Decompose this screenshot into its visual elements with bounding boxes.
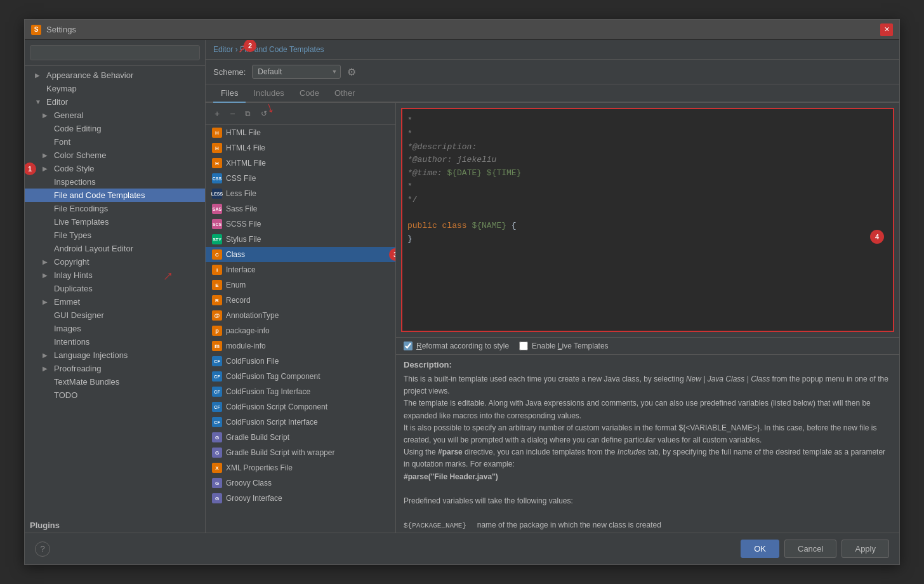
sidebar-item-inlay-hints[interactable]: ▶ Inlay Hints (25, 269, 205, 282)
file-item-cf-tag-component[interactable]: CF ColdFusion Tag Component (206, 369, 395, 384)
sidebar-item-general[interactable]: ▶ General (25, 109, 205, 122)
search-input[interactable] (30, 45, 200, 60)
annotation-4: 4 (870, 230, 884, 244)
interface-file-icon: I (212, 265, 222, 275)
file-item-enum[interactable]: E Enum (206, 277, 395, 293)
less-file-icon: LESS (212, 189, 222, 199)
xhtml-file-icon: H (212, 158, 222, 168)
add-button[interactable]: + (211, 107, 223, 121)
file-item-coldfusion-file[interactable]: CF ColdFusion File (206, 354, 395, 369)
file-item-html-file[interactable]: H HTML File (206, 125, 395, 140)
scss-file-icon: SCS (212, 219, 222, 229)
file-item-record[interactable]: R Record (206, 293, 395, 308)
file-item-cf-tag-interface[interactable]: CF ColdFusion Tag Interface (206, 384, 395, 399)
sidebar-item-code-editing[interactable]: ▶ Code Editing (25, 122, 205, 135)
sidebar-item-font[interactable]: ▶ Font (25, 135, 205, 149)
apply-button[interactable]: Apply (842, 540, 889, 558)
file-item-gradle-build[interactable]: G Gradle Build Script (206, 430, 395, 445)
cf-file-icon: CF (212, 356, 222, 366)
file-item-gradle-wrapper[interactable]: G Gradle Build Script with wrapper (206, 445, 395, 460)
file-item-interface[interactable]: I Interface (206, 262, 395, 277)
file-item-css-file[interactable]: CSS CSS File (206, 171, 395, 186)
file-item-scss-file[interactable]: SCS SCSS File (206, 216, 395, 232)
ok-button[interactable]: OK (741, 540, 779, 558)
sidebar-item-intentions[interactable]: ▶ Intentions (25, 335, 205, 348)
sidebar-item-todo[interactable]: ▶ TODO (25, 388, 205, 402)
remove-button[interactable]: − (226, 107, 239, 121)
sidebar-item-android-layout-editor[interactable]: ▶ Android Layout Editor (25, 242, 205, 255)
cf-tag-interface-icon: CF (212, 387, 222, 397)
sidebar-item-textmate-bundles[interactable]: ▶ TextMate Bundles (25, 375, 205, 388)
package-info-icon: p (212, 326, 222, 336)
tab-code[interactable]: Code (292, 84, 327, 103)
file-item-cf-script-component[interactable]: CF ColdFusion Script Component (206, 399, 395, 415)
file-list: H HTML File H HTML4 File H XHTML File (206, 125, 395, 533)
html4-file-icon: H (212, 143, 222, 153)
sidebar-item-file-and-code-templates[interactable]: ▶ File and Code Templates (25, 189, 205, 202)
window-title: Settings (46, 25, 76, 34)
gradle-build-icon: G (212, 432, 222, 442)
copy-button[interactable]: ⧉ (241, 107, 254, 120)
sidebar-item-copyright[interactable]: ▶ Copyright (25, 255, 205, 269)
sidebar-item-language-injections[interactable]: ▶ Language Injections (25, 348, 205, 362)
gear-icon[interactable]: ⚙ (347, 66, 356, 78)
file-item-groovy-interface[interactable]: G Groovy Interface (206, 491, 395, 506)
file-item-xml-props[interactable]: X XML Properties File (206, 460, 395, 475)
help-button[interactable]: ? (35, 541, 50, 557)
close-button[interactable]: ✕ (880, 23, 893, 36)
tab-other[interactable]: Other (327, 84, 363, 103)
file-item-class[interactable]: C Class 3 (206, 247, 395, 262)
app-icon: S (31, 25, 41, 35)
groovy-interface-icon: G (212, 493, 222, 503)
css-file-icon: CSS (212, 173, 222, 183)
sidebar-item-images[interactable]: ▶ Images (25, 322, 205, 335)
sidebar-item-keymap[interactable]: ▶ Keymap (25, 82, 205, 95)
gradle-wrapper-icon: G (212, 448, 222, 458)
tab-files[interactable]: Files (213, 84, 246, 103)
sidebar-item-proofreading[interactable]: ▶ Proofreading (25, 362, 205, 375)
cf-tag-component-icon: CF (212, 371, 222, 382)
file-item-xhtml-file[interactable]: H XHTML File (206, 156, 395, 171)
xml-props-icon: X (212, 463, 222, 473)
live-templates-checkbox-label[interactable]: Enable Live Templates (519, 342, 609, 350)
class-file-icon: C (212, 249, 222, 260)
reformat-checkbox[interactable] (404, 342, 412, 350)
sidebar-item-file-encodings[interactable]: ▶ File Encodings (25, 202, 205, 215)
file-item-package-info[interactable]: p package-info (206, 323, 395, 338)
sass-file-icon: SAS (212, 204, 222, 214)
cancel-button[interactable]: Cancel (784, 540, 836, 558)
sidebar-item-appearance[interactable]: ▶ Appearance & Behavior (25, 69, 205, 82)
live-templates-checkbox[interactable] (519, 342, 528, 350)
sidebar-item-color-scheme[interactable]: ▶ Color Scheme (25, 149, 205, 162)
module-info-icon: m (212, 341, 222, 351)
tabs-bar: Files Includes Code Other (206, 84, 899, 103)
file-item-annotation-type[interactable]: @ AnnotationType (206, 308, 395, 323)
file-item-less-file[interactable]: LESS Less File (206, 186, 395, 201)
sidebar-item-code-style[interactable]: ▶ Code Style 1 (25, 162, 205, 175)
groovy-class-icon: G (212, 478, 222, 488)
enum-file-icon: E (212, 280, 222, 290)
html-file-icon: H (212, 128, 222, 138)
description-label: Description: (404, 360, 892, 369)
sidebar-item-file-types[interactable]: ▶ File Types (25, 229, 205, 242)
file-item-groovy-class[interactable]: G Groovy Class (206, 475, 395, 491)
scheme-label: Scheme: (213, 67, 246, 77)
file-item-sass-file[interactable]: SAS Sass File (206, 201, 395, 216)
file-item-module-info[interactable]: m module-info (206, 338, 395, 354)
reformat-checkbox-label[interactable]: Reformat according to style (404, 342, 509, 350)
annotation-3: 3 (389, 248, 395, 261)
sidebar-item-emmet[interactable]: ▶ Emmet (25, 295, 205, 309)
sidebar-item-inspections[interactable]: ▶ Inspections (25, 175, 205, 189)
code-editor[interactable]: * * *@description: *@author: jiekeliu *@… (401, 108, 894, 332)
file-item-cf-script-interface[interactable]: CF ColdFusion Script Interface (206, 415, 395, 430)
cf-script-interface-icon: CF (212, 417, 222, 427)
scheme-select[interactable]: Default (252, 65, 341, 79)
sidebar-item-live-templates[interactable]: ▶ Live Templates (25, 215, 205, 229)
sidebar-item-duplicates[interactable]: ▶ Duplicates (25, 282, 205, 295)
record-file-icon: R (212, 295, 222, 305)
sidebar-item-editor[interactable]: ▼ Editor (25, 95, 205, 109)
annotation-2: 2 (244, 40, 256, 52)
sidebar-item-gui-designer[interactable]: ▶ GUI Designer (25, 309, 205, 322)
file-item-html4-file[interactable]: H HTML4 File (206, 140, 395, 156)
file-item-stylus-file[interactable]: STY Stylus File (206, 232, 395, 247)
